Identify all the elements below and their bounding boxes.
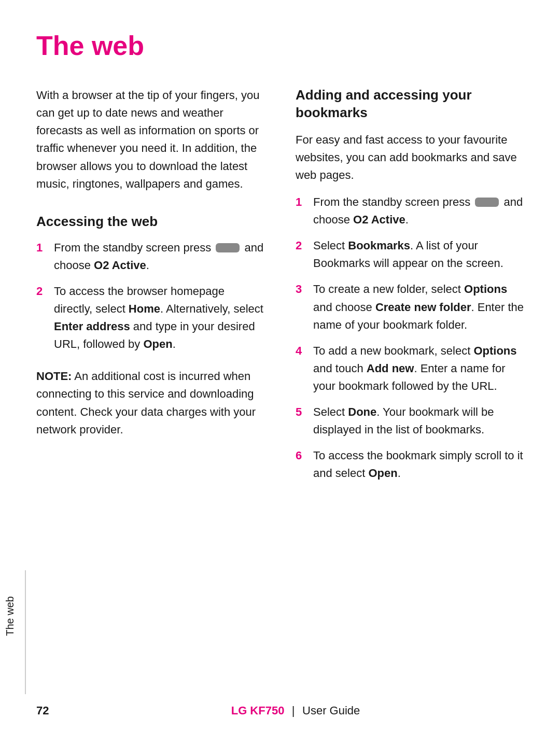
adding-bookmarks-heading: Adding and accessing your bookmarks [296,87,524,122]
right-column: Adding and accessing your bookmarks For … [296,87,524,497]
step-right-2-num: 2 [296,237,310,255]
note-block: NOTE: An additional cost is incurred whe… [36,368,264,438]
intro-paragraph: With a browser at the tip of your finger… [36,87,264,193]
button-icon-left-1 [216,243,240,252]
step-right-5-content: Select Done. Your bookmark will be displ… [313,403,524,439]
step-right-3-content: To create a new folder, select Options a… [313,280,524,333]
step-right-1-num: 1 [296,193,310,211]
step-right-2-bold1: Bookmarks [348,239,410,252]
bookmarks-steps: 1 From the standby screen press and choo… [296,193,524,482]
step-left-2-bold2: Enter address [54,320,130,333]
step-right-6: 6 To access the bookmark simply scroll t… [296,447,524,482]
step-right-3: 3 To create a new folder, select Options… [296,280,524,333]
step-left-2-bold3: Open [143,337,172,350]
step-right-1-bold: O2 Active [353,213,405,226]
page-title: The web [36,31,524,61]
footer-brand: LG KF750 [231,704,285,717]
step-right-4-bold1: Options [473,344,516,357]
step-right-1-text-before: From the standby screen press [313,195,473,208]
step-right-6-bold1: Open [368,467,397,480]
left-column: With a browser at the tip of your finger… [36,87,264,439]
footer-center: LG KF750 | User Guide [67,704,524,717]
step-left-1-content: From the standby screen press and choose… [54,239,264,274]
button-icon-right-1 [475,198,499,207]
sidebar-label: The web [4,596,16,636]
footer-page-number: 72 [36,704,67,717]
step-right-5-num: 5 [296,403,310,421]
footer: 72 LG KF750 | User Guide [36,704,524,717]
step-right-4-num: 4 [296,342,310,360]
step-right-3-bold1: Options [464,283,507,295]
bookmarks-description: For easy and fast access to your favouri… [296,131,524,184]
step-left-1-text-before: From the standby screen press [54,241,214,254]
accessing-web-steps: 1 From the standby screen press and choo… [36,239,264,354]
step-right-5: 5 Select Done. Your bookmark will be dis… [296,403,524,439]
page-container: The web With a browser at the tip of you… [0,0,560,746]
accessing-web-heading: Accessing the web [36,214,264,230]
step-right-3-bold2: Create new folder [375,301,471,314]
step-left-2-content: To access the browser homepage directly,… [54,283,264,353]
step-right-4: 4 To add a new bookmark, select Options … [296,342,524,395]
two-column-layout: With a browser at the tip of your finger… [36,87,524,497]
step-left-1-num: 1 [36,239,51,257]
step-right-5-bold1: Done [348,405,376,418]
step-right-4-content: To add a new bookmark, select Options an… [313,342,524,395]
step-right-4-bold2: Add new [367,362,414,375]
footer-separator: | [292,704,295,717]
note-label: NOTE: [36,370,72,383]
step-right-2-content: Select Bookmarks. A list of your Bookmar… [313,237,524,272]
step-right-6-content: To access the bookmark simply scroll to … [313,447,524,482]
step-right-1-content: From the standby screen press and choose… [313,193,524,229]
step-right-6-num: 6 [296,447,310,465]
step-left-2: 2 To access the browser homepage directl… [36,283,264,353]
step-left-1-bold: O2 Active [94,259,146,272]
sidebar-line [25,570,26,694]
step-left-1: 1 From the standby screen press and choo… [36,239,264,274]
step-right-1: 1 From the standby screen press and choo… [296,193,524,229]
step-left-2-bold1: Home [129,302,160,315]
footer-guide: User Guide [302,704,360,717]
step-left-2-num: 2 [36,283,51,300]
step-right-2: 2 Select Bookmarks. A list of your Bookm… [296,237,524,272]
step-right-3-num: 3 [296,280,310,298]
